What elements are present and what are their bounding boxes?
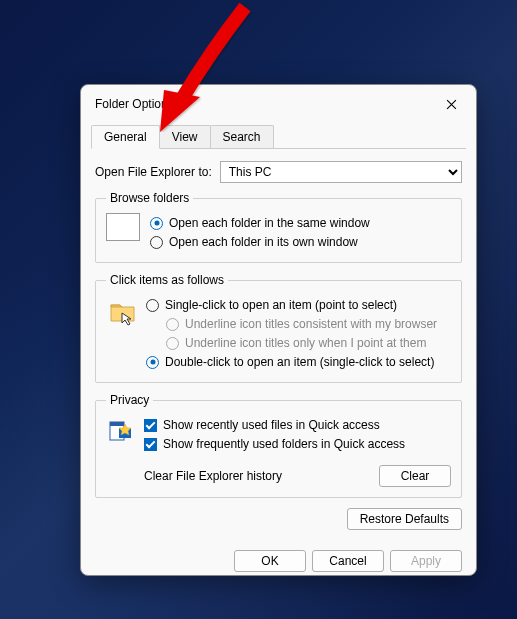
dialog-footer: OK Cancel Apply bbox=[81, 540, 476, 586]
privacy-legend: Privacy bbox=[106, 393, 153, 407]
radio-icon bbox=[150, 217, 163, 230]
apply-button[interactable]: Apply bbox=[390, 550, 462, 572]
ok-button[interactable]: OK bbox=[234, 550, 306, 572]
browse-folders-group: Browse folders Open each folder in the s… bbox=[95, 191, 462, 263]
tab-content: Open File Explorer to: This PC Browse fo… bbox=[81, 149, 476, 540]
privacy-icon bbox=[106, 415, 136, 445]
browse-folders-icon bbox=[106, 213, 140, 241]
open-explorer-row: Open File Explorer to: This PC bbox=[95, 161, 462, 183]
radio-underline-browser: Underline icon titles consistent with my… bbox=[166, 315, 451, 333]
checkbox-icon bbox=[144, 438, 157, 451]
restore-defaults-button[interactable]: Restore Defaults bbox=[347, 508, 462, 530]
radio-single-click[interactable]: Single-click to open an item (point to s… bbox=[146, 296, 451, 314]
radio-icon bbox=[166, 318, 179, 331]
tab-strip: General View Search bbox=[91, 125, 466, 149]
svg-rect-2 bbox=[110, 422, 124, 426]
check-recent-folders[interactable]: Show frequently used folders in Quick ac… bbox=[144, 435, 451, 453]
clear-history-label: Clear File Explorer history bbox=[144, 469, 282, 483]
radio-same-window[interactable]: Open each folder in the same window bbox=[150, 214, 451, 232]
open-explorer-select[interactable]: This PC bbox=[220, 161, 462, 183]
radio-underline-point: Underline icon titles only when I point … bbox=[166, 334, 451, 352]
tab-search[interactable]: Search bbox=[210, 125, 274, 148]
tab-general[interactable]: General bbox=[91, 125, 160, 149]
radio-own-window[interactable]: Open each folder in its own window bbox=[150, 233, 451, 251]
check-recent-files[interactable]: Show recently used files in Quick access bbox=[144, 416, 451, 434]
radio-icon bbox=[150, 236, 163, 249]
window-title: Folder Options bbox=[95, 97, 174, 111]
radio-double-click[interactable]: Double-click to open an item (single-cli… bbox=[146, 353, 451, 371]
titlebar: Folder Options bbox=[81, 85, 476, 121]
privacy-group: Privacy Show recently used files in Quic… bbox=[95, 393, 462, 498]
close-button[interactable] bbox=[436, 91, 466, 117]
browse-folders-legend: Browse folders bbox=[106, 191, 193, 205]
radio-icon bbox=[166, 337, 179, 350]
close-icon bbox=[446, 99, 457, 110]
radio-icon bbox=[146, 356, 159, 369]
checkbox-icon bbox=[144, 419, 157, 432]
tab-view[interactable]: View bbox=[159, 125, 211, 148]
cancel-button[interactable]: Cancel bbox=[312, 550, 384, 572]
click-items-icon bbox=[106, 295, 140, 329]
clear-button[interactable]: Clear bbox=[379, 465, 451, 487]
folder-options-dialog: Folder Options General View Search Open … bbox=[80, 84, 477, 576]
click-items-legend: Click items as follows bbox=[106, 273, 228, 287]
radio-icon bbox=[146, 299, 159, 312]
click-items-group: Click items as follows Single-click to o… bbox=[95, 273, 462, 383]
open-explorer-label: Open File Explorer to: bbox=[95, 165, 212, 179]
